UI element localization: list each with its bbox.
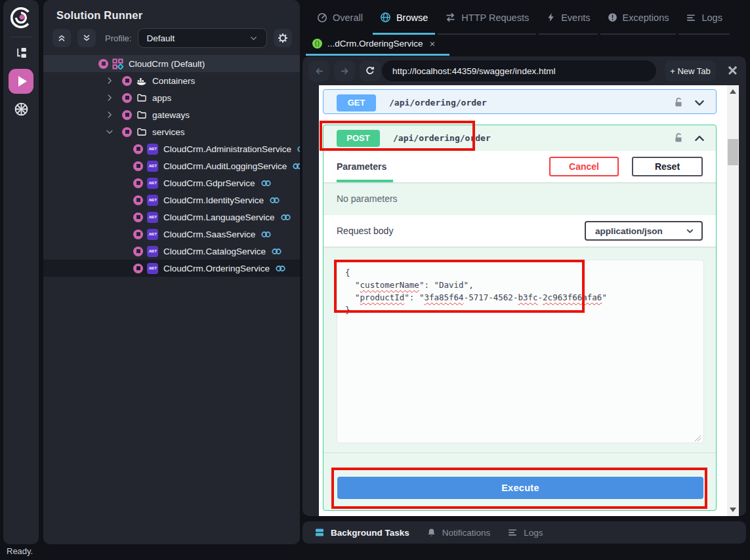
chevron-down-icon[interactable] xyxy=(694,97,705,109)
settings-button[interactable] xyxy=(274,29,292,47)
request-body-area: { "customerName": "David", "productId": … xyxy=(323,247,716,452)
bottom-bar-notifications[interactable]: Notifications xyxy=(427,528,491,538)
new-tab-button[interactable]: + New Tab xyxy=(665,60,716,81)
content-type-select[interactable]: application/json xyxy=(585,221,703,241)
folder-icon xyxy=(136,127,147,138)
browser-viewport: GET /api/ordering/order POST xyxy=(319,85,739,516)
url-input[interactable] xyxy=(382,60,656,81)
lock-open-icon[interactable] xyxy=(673,97,684,108)
get-path: /api/ordering/order xyxy=(389,98,487,108)
status-dot-icon xyxy=(133,230,143,239)
solution-panel: Solution Runner Profile: Default xyxy=(43,0,300,544)
scroll-down-icon[interactable] xyxy=(730,508,736,512)
tree-node-cloudcrm-catalogservice[interactable]: .NETCloudCrm.CatalogService xyxy=(43,243,300,260)
panel-title: Solution Runner xyxy=(56,9,142,22)
tree-node-cloudcrm-auditloggingservice[interactable]: .NETCloudCrm.AuditLoggingService xyxy=(43,157,300,174)
tools-icon[interactable] xyxy=(726,64,739,77)
content-type-value: application/json xyxy=(595,226,663,236)
chevron-right-icon[interactable] xyxy=(105,110,114,119)
swagger-favicon-icon: { } xyxy=(312,39,322,49)
link-icon[interactable] xyxy=(269,195,280,206)
browser-tab-orderingservice[interactable]: { } ...dCrm.OrderingService × xyxy=(306,32,449,54)
tree-node-cloudcrm-administrationservice[interactable]: .NETCloudCrm.AdministrationService xyxy=(43,140,300,157)
double-chevron-down-icon xyxy=(82,33,91,43)
close-icon[interactable]: × xyxy=(430,39,436,49)
tab-parameters[interactable]: Parameters xyxy=(337,151,386,182)
status-dot-icon xyxy=(133,195,143,205)
tree-node-cloudcrm-orderingservice[interactable]: .NETCloudCrm.OrderingService xyxy=(43,260,300,277)
tree-node-label: apps xyxy=(152,93,171,103)
opblock-post-summary[interactable]: POST /api/ordering/order xyxy=(323,125,716,151)
status-text: Ready. xyxy=(7,546,33,556)
bottom-bar-label: Background Tasks xyxy=(331,528,409,538)
tree-node-cloudcrm-languageservice[interactable]: .NETCloudCrm.LanguageService xyxy=(43,209,300,226)
lock-open-icon[interactable] xyxy=(673,132,684,144)
tab-events[interactable]: Events xyxy=(537,0,598,35)
resize-grip-icon[interactable] xyxy=(694,435,701,441)
link-icon[interactable] xyxy=(275,263,286,274)
folder-icon xyxy=(136,92,147,104)
kubernetes-icon[interactable] xyxy=(9,98,33,120)
bottom-bar-logs[interactable]: Logs xyxy=(507,527,543,538)
chevron-down-icon[interactable] xyxy=(105,127,114,136)
profile-select[interactable]: Default xyxy=(138,28,267,48)
tab-overall[interactable]: Overall xyxy=(308,0,371,35)
reset-button[interactable]: Reset xyxy=(632,157,703,176)
tree-node-services[interactable]: services xyxy=(43,123,300,140)
request-body-header: Request body application/json xyxy=(323,215,716,247)
profile-label: Profile: xyxy=(105,33,131,43)
tab-label: Browse xyxy=(396,12,428,23)
link-icon[interactable] xyxy=(271,246,282,257)
status-dot-icon xyxy=(133,212,143,222)
dotnet-badge-icon: .NET xyxy=(147,144,158,155)
link-icon[interactable] xyxy=(280,212,291,223)
collapse-all-button[interactable] xyxy=(52,29,71,47)
status-dot-icon xyxy=(122,127,132,137)
scroll-up-icon[interactable] xyxy=(730,89,736,94)
bottom-bar-background-tasks[interactable]: Background Tasks xyxy=(314,527,409,538)
browser-refresh-button[interactable] xyxy=(360,60,381,81)
opblock-post-order: POST /api/ordering/order Parameters Canc… xyxy=(323,125,717,511)
chevron-right-icon[interactable] xyxy=(105,93,114,102)
browser-back-button[interactable] xyxy=(308,60,329,81)
page-scrollbar[interactable] xyxy=(727,85,739,516)
status-dot-icon xyxy=(133,247,143,256)
tab-exceptions[interactable]: Exceptions xyxy=(599,0,678,35)
tree-node-cloudcrm-identityservice[interactable]: .NETCloudCrm.IdentityService xyxy=(43,191,300,209)
tab-logs[interactable]: Logs xyxy=(677,0,730,35)
link-icon[interactable] xyxy=(260,178,272,189)
chevron-down-icon xyxy=(685,226,695,236)
cancel-button[interactable]: Cancel xyxy=(549,157,619,176)
tree-view-icon[interactable] xyxy=(9,41,33,64)
status-dot-icon xyxy=(98,59,108,69)
tree-node-cloudcrm-gdprservice[interactable]: .NETCloudCrm.GdprService xyxy=(43,174,300,191)
tree-node-cloudcrm-saasservice[interactable]: .NETCloudCrm.SaasService xyxy=(43,226,300,243)
expand-all-button[interactable] xyxy=(77,29,96,47)
tree-node-label: Containers xyxy=(152,76,195,86)
chevron-up-icon[interactable] xyxy=(694,132,705,144)
stack-icon xyxy=(314,527,325,538)
status-dot-icon xyxy=(133,264,143,273)
link-icon[interactable] xyxy=(260,229,272,240)
tree-node-gateways[interactable]: gateways xyxy=(43,106,300,123)
bottom-bar-label: Notifications xyxy=(442,528,491,538)
browser-forward-button[interactable] xyxy=(334,60,355,81)
tree-node-apps[interactable]: apps xyxy=(43,89,300,106)
tree-node-cloudcrm-default[interactable]: CloudCrm (Default) xyxy=(43,55,300,72)
link-icon[interactable] xyxy=(297,144,300,155)
request-body-editor[interactable]: { "customerName": "David", "productId": … xyxy=(337,260,704,443)
link-icon[interactable] xyxy=(292,161,300,172)
status-dot-icon xyxy=(133,161,143,171)
opblock-get-summary[interactable]: GET /api/ordering/order xyxy=(323,90,716,115)
tree-node-containers[interactable]: Containers xyxy=(43,72,300,89)
globe-icon xyxy=(380,12,391,23)
tree-node-label: gateways xyxy=(152,110,190,120)
scrollbar-thumb[interactable] xyxy=(728,139,738,165)
tab-http-requests[interactable]: HTTP Requests xyxy=(436,0,537,35)
chevron-right-icon[interactable] xyxy=(105,76,114,85)
bottom-bar-label: Logs xyxy=(524,528,543,538)
dotnet-badge-icon: .NET xyxy=(147,263,158,274)
run-button[interactable] xyxy=(9,69,33,94)
tab-browse[interactable]: Browse xyxy=(371,0,436,35)
execute-button[interactable]: Execute xyxy=(337,477,703,499)
